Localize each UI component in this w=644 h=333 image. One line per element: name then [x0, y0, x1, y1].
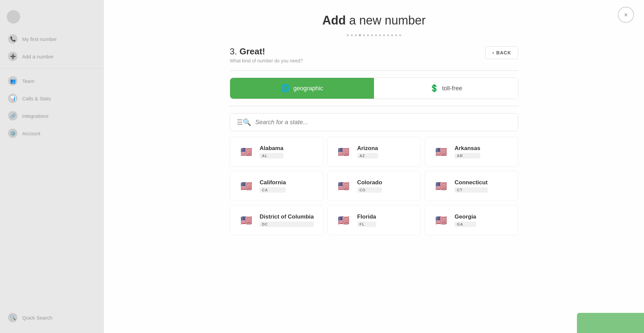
- state-abbr: CT: [454, 187, 487, 193]
- state-name: Alabama: [260, 145, 283, 152]
- state-card[interactable]: 🇺🇸 Georgia GA: [425, 205, 518, 235]
- state-abbr: AL: [260, 153, 283, 158]
- sidebar-divider: [0, 68, 104, 69]
- back-chevron-icon: ‹: [492, 50, 494, 55]
- account-icon: ⚙️: [8, 129, 17, 138]
- progress-dot-6: [367, 34, 369, 36]
- sidebar-item-calls-stats[interactable]: 📊 Calls & Stats: [0, 90, 104, 107]
- sidebar-item-integrations[interactable]: 🔗 Integrations: [0, 107, 104, 125]
- state-name: Georgia: [454, 213, 476, 220]
- back-label: BACK: [496, 50, 511, 55]
- state-name: Arizona: [357, 145, 378, 152]
- state-abbr: GA: [454, 222, 476, 227]
- add-icon: ➕: [8, 52, 17, 61]
- close-icon: ×: [624, 11, 628, 19]
- modal-title: Add a new number: [322, 0, 426, 34]
- state-card[interactable]: 🇺🇸 District of Columbia DC: [230, 205, 323, 235]
- state-abbr: FL: [357, 222, 376, 227]
- sidebar-item-label: Account: [22, 131, 40, 136]
- progress-dot-4: [359, 34, 361, 36]
- step-number: 3.: [230, 46, 237, 56]
- progress-dots: [347, 34, 401, 36]
- sidebar-item-label: Integrations: [22, 113, 48, 119]
- state-name: Florida: [357, 213, 376, 220]
- team-icon: 👥: [8, 76, 17, 86]
- step-title-area: 3. Great! What kind of number do you nee…: [230, 46, 303, 63]
- modal-title-rest: a new number: [346, 13, 426, 27]
- stats-icon: 📊: [8, 94, 17, 103]
- state-flag: 🇺🇸: [238, 178, 254, 194]
- state-name: Colorado: [357, 179, 382, 186]
- progress-dot-14: [399, 34, 401, 36]
- state-card[interactable]: 🇺🇸 Florida FL: [327, 205, 421, 235]
- sidebar-item-team[interactable]: 👥 Team: [0, 72, 104, 90]
- state-info: Connecticut CT: [454, 179, 487, 193]
- sidebar-item-label: Calls & Stats: [22, 96, 51, 101]
- integrations-icon: 🔗: [8, 111, 17, 121]
- state-card[interactable]: 🇺🇸 Arkansas AR: [425, 137, 518, 167]
- sidebar-item-my-first-number[interactable]: 📞 My first number: [0, 30, 104, 48]
- state-info: Alabama AL: [260, 145, 283, 158]
- state-name: Arkansas: [454, 145, 480, 152]
- state-card[interactable]: 🇺🇸 California CA: [230, 171, 323, 201]
- toll-free-button[interactable]: 💲 toll-free: [374, 78, 518, 99]
- state-abbr: CO: [357, 187, 382, 193]
- section-divider-1: [230, 70, 518, 71]
- state-flag: 🇺🇸: [336, 144, 352, 160]
- state-info: Colorado CO: [357, 179, 382, 193]
- state-flag: 🇺🇸: [433, 144, 449, 160]
- search-icon: ☰🔍: [237, 118, 251, 126]
- type-selector: 🌐 geographic 💲 toll-free: [230, 78, 518, 99]
- state-abbr: AZ: [357, 153, 378, 158]
- progress-dot-8: [375, 34, 377, 36]
- phone-icon: 📞: [8, 34, 17, 44]
- state-card[interactable]: 🇺🇸 Colorado CO: [327, 171, 421, 201]
- state-info: Arizona AZ: [357, 145, 378, 158]
- sidebar-item-label: Team: [22, 78, 35, 84]
- progress-dot-11: [387, 34, 389, 36]
- sidebar-item-account[interactable]: ⚙️ Account: [0, 125, 104, 142]
- state-card[interactable]: 🇺🇸 Alabama AL: [230, 137, 323, 167]
- state-flag: 🇺🇸: [433, 212, 449, 228]
- progress-dot-1: [347, 34, 349, 36]
- state-info: District of Columbia DC: [260, 213, 314, 227]
- state-info: Georgia GA: [454, 213, 476, 227]
- sidebar-logo: [7, 10, 20, 23]
- progress-dot-12: [391, 34, 393, 36]
- step-container: 3. Great! What kind of number do you nee…: [230, 46, 518, 235]
- step-title: 3. Great!: [230, 46, 303, 57]
- section-divider-2: [230, 106, 518, 106]
- progress-dot-7: [371, 34, 373, 36]
- progress-dot-3: [355, 34, 357, 36]
- dollar-icon: 💲: [430, 84, 439, 93]
- state-card[interactable]: 🇺🇸 Arizona AZ: [327, 137, 421, 167]
- globe-icon: 🌐: [281, 84, 290, 93]
- sidebar-item-add-number[interactable]: ➕ Add a number: [0, 48, 104, 65]
- state-grid: 🇺🇸 Alabama AL 🇺🇸 Arizona AZ 🇺🇸 Arkansas …: [230, 137, 518, 235]
- sidebar-item-label: My first number: [22, 36, 57, 42]
- sidebar: 📞 My first number ➕ Add a number 👥 Team …: [0, 0, 104, 333]
- modal-title-bold: Add: [322, 13, 346, 27]
- state-flag: 🇺🇸: [238, 144, 254, 160]
- geographic-label: geographic: [293, 85, 323, 92]
- sidebar-item-label: Add a number: [22, 54, 54, 59]
- progress-dot-13: [395, 34, 397, 36]
- state-abbr: CA: [260, 187, 286, 193]
- state-card[interactable]: 🇺🇸 Connecticut CT: [425, 171, 518, 201]
- state-abbr: DC: [260, 222, 314, 227]
- state-flag: 🇺🇸: [336, 212, 352, 228]
- close-button[interactable]: ×: [618, 7, 634, 23]
- back-button[interactable]: ‹ BACK: [485, 46, 518, 59]
- state-info: Florida FL: [357, 213, 376, 227]
- geographic-button[interactable]: 🌐 geographic: [230, 78, 374, 99]
- green-accent: [577, 313, 644, 333]
- state-name: Connecticut: [454, 179, 487, 186]
- sidebar-nav: 📞 My first number ➕ Add a number 👥 Team …: [0, 30, 104, 309]
- state-flag: 🇺🇸: [433, 178, 449, 194]
- toll-free-label: toll-free: [442, 85, 462, 92]
- sidebar-item-quick-search[interactable]: 🔍 Quick Search: [0, 309, 104, 326]
- search-container: ☰🔍: [230, 113, 518, 131]
- state-abbr: AR: [454, 153, 480, 158]
- search-input[interactable]: [255, 119, 511, 126]
- step-title-text: Great!: [239, 46, 265, 56]
